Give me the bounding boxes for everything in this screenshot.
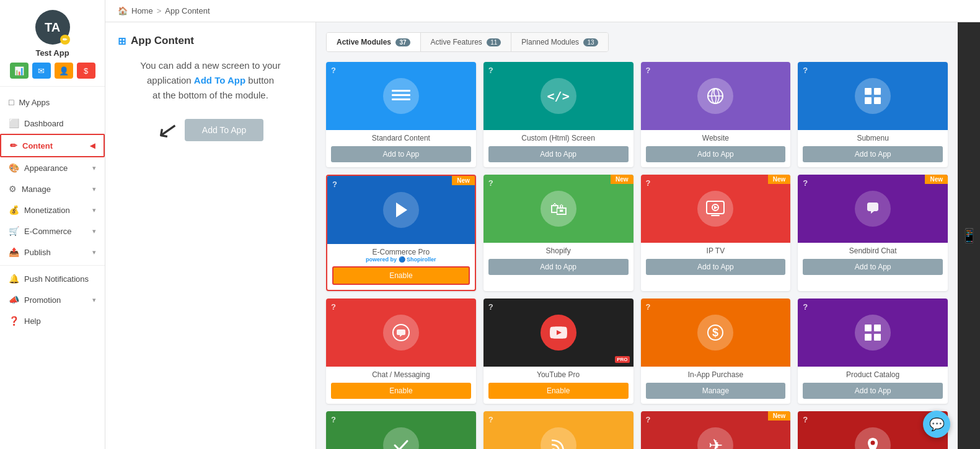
sidebar-item-push-notifications[interactable]: 🔔 Push Notifications: [0, 268, 105, 289]
analytics-icon-btn[interactable]: 📊: [10, 63, 29, 79]
svg-rect-0: [392, 90, 410, 92]
content-chevron: ◀: [90, 142, 95, 150]
manage-icon: ⚙: [9, 184, 17, 194]
question-mark-chat-messaging[interactable]: ?: [331, 302, 336, 312]
breadcrumb-home[interactable]: Home: [131, 6, 153, 15]
svg-rect-5: [874, 88, 881, 95]
new-badge-ecommerce-pro: New: [452, 176, 475, 185]
email-icon-btn[interactable]: ✉: [32, 63, 51, 79]
question-mark-standard-content[interactable]: ?: [331, 66, 336, 75]
module-header-website: ?: [641, 62, 791, 130]
question-mark-sendbird-chat[interactable]: ?: [803, 178, 808, 188]
module-action-btn-chat-messaging[interactable]: Enable: [331, 383, 471, 399]
module-card-ecommerce-pro: ?New E-Commerce Propowered by 🔵 Shopirol…: [326, 175, 476, 291]
module-header-in-app-purchase: ? $: [641, 299, 791, 367]
question-mark-in-app-purchase[interactable]: ?: [646, 302, 651, 312]
question-mark-submenu[interactable]: ?: [803, 66, 808, 75]
module-action-btn-custom-html[interactable]: Add to App: [488, 146, 629, 162]
module-card-standard-content: ? Standard ContentAdd to App: [326, 62, 476, 167]
avatar-edit-badge[interactable]: ✏: [60, 35, 70, 45]
chat-bubble[interactable]: 💬: [923, 411, 950, 438]
module-name-youtube-pro: YouTube Pro: [483, 367, 633, 380]
sidebar-item-monetization[interactable]: 💰 Monetization ▾: [0, 199, 105, 220]
module-action-btn-submenu[interactable]: Add to App: [803, 146, 943, 162]
module-action-btn-youtube-pro[interactable]: Enable: [488, 383, 629, 399]
promotion-icon: 📣: [9, 295, 19, 305]
module-icon-youtube-pro: PRO: [541, 315, 576, 351]
module-card-youtube-pro: ? PRO YouTube ProEnable: [483, 299, 633, 404]
my-apps-icon: □: [9, 97, 14, 107]
module-icon-iptv: [697, 191, 733, 227]
module-action-btn-ecommerce-pro[interactable]: Enable: [332, 266, 470, 285]
sidebar-nav: □ My Apps ⬜ Dashboard ✏ Content ◀ 🎨 Appe…: [0, 87, 105, 336]
breadcrumb: 🏠 Home > App Content: [105, 0, 980, 22]
svg-rect-6: [865, 97, 872, 104]
svg-rect-18: [874, 325, 881, 331]
ecommerce-icon: 🛒: [9, 226, 19, 236]
app-name: Test App: [35, 48, 69, 58]
module-name-product-catalog: Product Catalog: [798, 367, 948, 380]
module-icon-flights: ✈: [697, 427, 733, 449]
module-action-btn-in-app-purchase[interactable]: Manage: [646, 383, 786, 399]
sidebar-item-my-apps[interactable]: □ My Apps: [0, 92, 105, 113]
module-action-btn-standard-content[interactable]: Add to App: [331, 146, 471, 162]
dollar-icon-btn[interactable]: $: [77, 63, 95, 79]
module-header-flights: ?New✈: [641, 411, 791, 449]
device-preview-bar[interactable]: 📱: [958, 22, 980, 449]
module-action-btn-website[interactable]: Add to App: [646, 146, 786, 162]
sidebar-item-ecommerce[interactable]: 🛒 E-Commerce ▾: [0, 220, 105, 242]
content-body: ⊞ App Content You can add a new screen t…: [105, 22, 980, 449]
module-action-btn-iptv[interactable]: Add to App: [646, 259, 786, 275]
svg-rect-20: [874, 334, 881, 341]
module-name-shopify: Shopify: [483, 243, 633, 256]
new-badge-flights: New: [768, 411, 791, 421]
modules-grid: ? Standard ContentAdd to App ?</>Custom …: [326, 62, 948, 449]
svg-rect-19: [865, 334, 872, 341]
module-card-shopify: ?New🛍ShopifyAdd to App: [483, 175, 633, 291]
module-card-in-app-purchase: ? $ In-App PurchaseManage: [641, 299, 791, 404]
user-icon-btn[interactable]: 👤: [55, 63, 73, 79]
module-action-btn-shopify[interactable]: Add to App: [488, 259, 629, 275]
question-mark-map-location[interactable]: ?: [803, 415, 808, 424]
question-mark-rss-feed[interactable]: ?: [488, 415, 493, 424]
module-name-sendbird-chat: Sendbird Chat: [798, 243, 948, 256]
question-mark-custom-html[interactable]: ?: [488, 66, 493, 75]
sidebar-item-manage[interactable]: ⚙ Manage ▾: [0, 178, 105, 199]
question-mark-ecommerce-pro[interactable]: ?: [332, 180, 337, 189]
question-mark-iptv[interactable]: ?: [646, 178, 651, 188]
module-action-btn-sendbird-chat[interactable]: Add to App: [803, 259, 943, 275]
module-action-btn-product-catalog[interactable]: Add to App: [803, 383, 943, 399]
module-header-iptv: ?New: [641, 175, 791, 243]
add-to-app-button[interactable]: Add To App: [185, 119, 263, 141]
module-header-task-checklist: ?: [326, 411, 476, 449]
question-mark-youtube-pro[interactable]: ?: [488, 302, 493, 312]
sidebar-item-publish[interactable]: 📤 Publish ▾: [0, 242, 105, 263]
tab-active-modules[interactable]: Active Modules 37: [327, 33, 421, 51]
module-header-youtube-pro: ? PRO: [483, 299, 633, 367]
module-icon-task-checklist: [383, 427, 419, 449]
tab-planned-modules[interactable]: Planned Modules 13: [511, 33, 607, 51]
avatar-area: TA ✏ Test App 📊 ✉ 👤 $: [0, 0, 105, 87]
curved-arrow-icon: ↙: [155, 113, 181, 146]
sidebar-item-promotion[interactable]: 📣 Promotion ▾: [0, 289, 105, 310]
module-icon-ecommerce-pro: [383, 192, 419, 228]
sidebar-item-appearance[interactable]: 🎨 Appearance ▾: [0, 157, 105, 178]
question-mark-flights[interactable]: ?: [646, 415, 651, 424]
module-card-sendbird-chat: ?New Sendbird ChatAdd to App: [798, 175, 948, 291]
sidebar-item-dashboard[interactable]: ⬜ Dashboard: [0, 113, 105, 134]
sidebar-item-content[interactable]: ✏ Content ◀: [0, 134, 105, 157]
question-mark-task-checklist[interactable]: ?: [331, 415, 336, 424]
module-icon-in-app-purchase: $: [697, 315, 733, 351]
module-card-iptv: ?New IP TVAdd to App: [641, 175, 791, 291]
question-mark-shopify[interactable]: ?: [488, 178, 493, 188]
appearance-chevron: ▾: [92, 164, 96, 172]
monetization-chevron: ▾: [92, 206, 96, 214]
sidebar-item-help[interactable]: ❓ Help: [0, 310, 105, 331]
module-icon-chat-messaging: [383, 315, 419, 351]
content-icon: ✏: [10, 141, 17, 150]
question-mark-product-catalog[interactable]: ?: [803, 302, 808, 312]
question-mark-website[interactable]: ?: [646, 66, 651, 75]
tab-active-features[interactable]: Active Features 11: [421, 33, 512, 51]
tabs-row: Active Modules 37 Active Features 11 Pla…: [326, 32, 609, 52]
module-name-in-app-purchase: In-App Purchase: [641, 367, 791, 380]
